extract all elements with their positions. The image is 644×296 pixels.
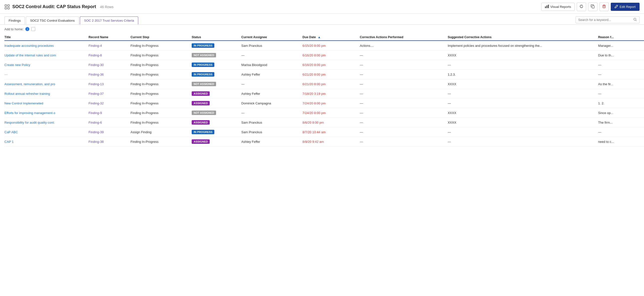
cell-assignee: Ashley Feffer (242, 137, 302, 147)
col-header-record[interactable]: Record Name (88, 33, 130, 41)
svg-point-11 (634, 18, 636, 20)
title-link[interactable]: CAP 1 (4, 140, 14, 144)
title-link[interactable]: Update of the internal rules and com (4, 53, 56, 57)
status-badge: NOT ASSIGNED (192, 111, 216, 115)
record-link[interactable]: Finding-38 (88, 140, 104, 144)
cell-assignee: — (242, 50, 302, 60)
cell-assignee: Ashley Feffer (242, 70, 302, 79)
cell-title[interactable]: Update of the internal rules and com (4, 50, 88, 60)
refresh-button[interactable] (577, 2, 586, 11)
tab-findings[interactable]: Findings (4, 16, 25, 24)
pencil-icon (615, 5, 618, 9)
col-header-assignee[interactable]: Current Assignee (242, 33, 302, 41)
record-link[interactable]: Finding-32 (88, 101, 104, 105)
cell-reason: Since op... (598, 108, 644, 118)
cell-reason: — (598, 70, 644, 79)
cell-step: Finding In-Progress (130, 118, 192, 127)
title-link[interactable]: Create new Policy (4, 63, 30, 67)
cell-record[interactable]: Finding-4 (88, 41, 130, 50)
title-link[interactable]: Inadequate accounting procedures (4, 44, 54, 47)
cell-record[interactable]: Finding-36 (88, 70, 130, 79)
col-header-status[interactable]: Status (192, 33, 242, 41)
row-count: 46 Rows (100, 5, 113, 9)
table-row: Inadequate accounting proceduresFinding-… (4, 41, 644, 50)
cell-suggested: — (448, 60, 598, 70)
record-link[interactable]: Finding-6 (88, 121, 102, 124)
cell-record[interactable]: Finding-39 (88, 127, 130, 137)
cell-record[interactable]: Finding-9 (88, 108, 130, 118)
add-to-home-checkbox[interactable] (31, 27, 35, 31)
record-link[interactable]: Finding-13 (88, 82, 104, 86)
cell-record[interactable]: Finding-13 (88, 79, 130, 89)
cell-assignee: Ashley Feffer (242, 89, 302, 98)
visual-reports-button[interactable]: Visual Reports (541, 3, 575, 11)
record-link[interactable]: Finding-30 (88, 63, 104, 67)
tab-soc2-tsc[interactable]: SOC2 TSC Control Evaluations (26, 16, 79, 24)
title-link[interactable]: New Control Implemeneted (4, 101, 43, 105)
copy-button[interactable] (588, 2, 598, 11)
cell-due-date: 7/24/20 8:00 pm (302, 98, 360, 108)
cell-record[interactable]: Finding-38 (88, 137, 130, 147)
title-link[interactable]: CaP ABC (4, 130, 18, 134)
record-link[interactable]: Finding-9 (88, 111, 102, 115)
cell-record[interactable]: Finding-37 (88, 89, 130, 98)
cell-corrective: — (360, 70, 448, 79)
search-box[interactable] (576, 16, 640, 23)
cell-status: IN PROGRESS (192, 41, 242, 50)
col-header-step[interactable]: Current Step (130, 33, 192, 41)
search-input[interactable] (578, 18, 632, 22)
cell-title[interactable]: Assessment, remuneration, and pro (4, 79, 88, 89)
cell-reason: Due to th... (598, 50, 644, 60)
record-link[interactable]: Finding-37 (88, 92, 104, 96)
record-link[interactable]: Finding-36 (88, 73, 104, 76)
cell-status: ASSIGNED (192, 98, 242, 108)
cell-assignee: Sam Pranckus (242, 118, 302, 127)
cell-corrective: Actions.... (360, 41, 448, 50)
cell-title[interactable]: Rollout annual refresher training (4, 89, 88, 98)
record-link[interactable]: Finding-39 (88, 130, 104, 134)
title-link[interactable]: Responsibility for audit quality cont: (4, 121, 55, 124)
record-link[interactable]: Finding-8 (88, 53, 102, 57)
cell-corrective: — (360, 108, 448, 118)
cell-record[interactable]: Finding-6 (88, 118, 130, 127)
page-title: SOC2 Control Audit: CAP Status Report (12, 4, 96, 9)
table-container: Title Record Name Current Step Status Cu… (0, 33, 644, 147)
record-link[interactable]: Finding-4 (88, 44, 102, 47)
delete-button[interactable] (600, 2, 609, 11)
cell-record[interactable]: Finding-8 (88, 50, 130, 60)
table-row: CAP 1Finding-38Finding In-ProgressASSIGN… (4, 137, 644, 147)
title-link[interactable]: Efforts for improving management o (4, 111, 55, 115)
col-header-due[interactable]: Due Date ▲ (302, 33, 360, 41)
cell-due-date: 6/16/20 8:00 pm (302, 50, 360, 60)
cell-title[interactable]: Efforts for improving management o (4, 108, 88, 118)
cell-suggested: XXXX (448, 108, 598, 118)
col-header-corrective[interactable]: Corrective Actions Performed (360, 33, 448, 41)
sort-arrow-icon: ▲ (318, 35, 320, 39)
cell-title[interactable]: New Control Implemeneted (4, 98, 88, 108)
title-link[interactable]: Assessment, remuneration, and pro (4, 82, 55, 86)
table-row: Efforts for improving management oFindin… (4, 108, 644, 118)
cell-title[interactable]: Create new Policy (4, 60, 88, 70)
cell-status: NOT ASSIGNED (192, 50, 242, 60)
cell-reason: The firm... (598, 118, 644, 127)
info-icon: i (26, 27, 29, 31)
cell-suggested: — (448, 89, 598, 98)
cell-title[interactable]: CaP ABC (4, 127, 88, 137)
title-link[interactable]: Rollout annual refresher training (4, 92, 50, 96)
status-badge: IN PROGRESS (192, 43, 214, 48)
cell-title[interactable]: CAP 1 (4, 137, 88, 147)
cell-step: Assign Finding (130, 127, 192, 137)
cell-suggested: 1.2.3. (448, 70, 598, 79)
tab-soc2-trust[interactable]: SOC 2 2017 Trust Services Criteria (80, 16, 138, 24)
edit-report-button[interactable]: Edit Report (611, 3, 640, 11)
status-badge: ASSIGNED (192, 101, 210, 105)
cell-title[interactable]: Inadequate accounting procedures (4, 41, 88, 50)
cell-record[interactable]: Finding-32 (88, 98, 130, 108)
col-header-title[interactable]: Title (4, 33, 88, 41)
cell-title[interactable]: Responsibility for audit quality cont: (4, 118, 88, 127)
col-header-suggested[interactable]: Suggested Corrective Actions (448, 33, 598, 41)
svg-rect-3 (8, 7, 9, 9)
cell-record[interactable]: Finding-30 (88, 60, 130, 70)
col-header-reason[interactable]: Reason f... (598, 33, 644, 41)
cell-step: Finding In-Progress (130, 108, 192, 118)
